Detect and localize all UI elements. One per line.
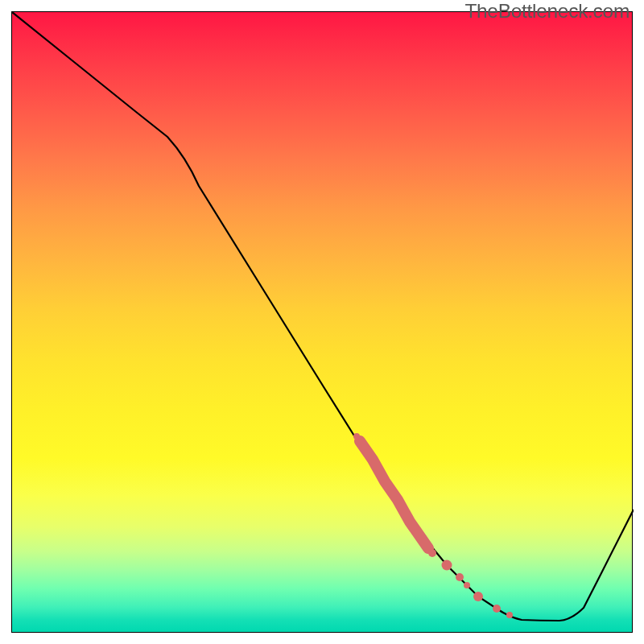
highlight-dot bbox=[506, 612, 513, 618]
chart-container: TheBottleneck.com bbox=[0, 0, 644, 644]
highlight-dot bbox=[442, 560, 452, 571]
watermark-text: TheBottleneck.com bbox=[464, 0, 630, 23]
highlight-dot bbox=[473, 592, 483, 601]
highlight-dot bbox=[353, 433, 360, 440]
highlight-dot bbox=[456, 573, 464, 581]
highlight-dot bbox=[464, 582, 470, 588]
highlight-dot bbox=[428, 549, 436, 557]
chart-svg bbox=[12, 12, 634, 634]
curve-line bbox=[12, 12, 634, 621]
plot-area bbox=[11, 11, 633, 633]
highlight-dot bbox=[493, 605, 501, 613]
highlight-segment bbox=[360, 441, 428, 548]
